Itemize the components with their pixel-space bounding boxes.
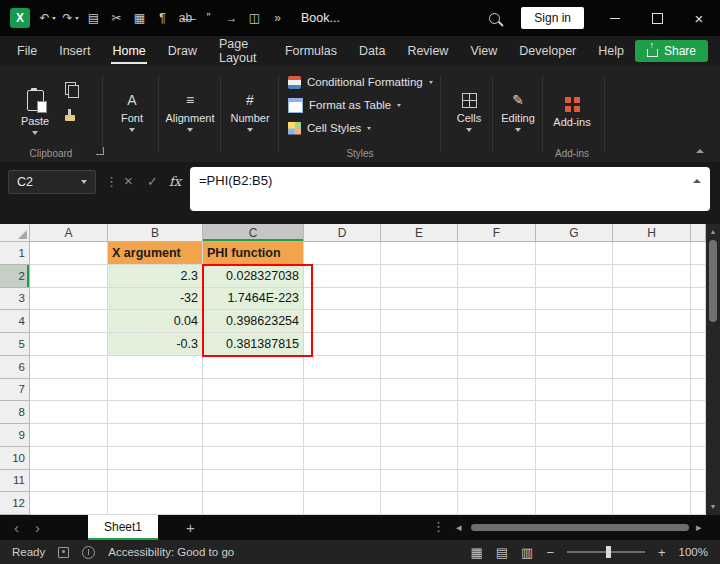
scroll-up-icon[interactable]: ▲ — [710, 227, 717, 237]
hscroll-right-icon[interactable]: ▸ — [696, 521, 702, 534]
cell-G8[interactable] — [536, 401, 613, 424]
cell-C12[interactable] — [203, 492, 304, 515]
cell-A12[interactable] — [30, 492, 108, 515]
row-header-11[interactable]: 11 — [0, 470, 30, 493]
cell-F3[interactable] — [458, 288, 536, 311]
quotes-icon[interactable]: ” — [197, 0, 220, 36]
cell-D11[interactable] — [304, 470, 381, 493]
cell-F11[interactable] — [458, 470, 536, 493]
macro-record-icon[interactable] — [58, 547, 69, 558]
page-layout-view-icon[interactable]: ▤ — [496, 545, 508, 560]
cell-E4[interactable] — [381, 310, 458, 333]
hscroll-left-icon[interactable]: ◂ — [456, 521, 462, 534]
cell-E8[interactable] — [381, 401, 458, 424]
menu-tab-page-layout[interactable]: Page Layout — [208, 36, 274, 66]
document-title[interactable]: Book... — [301, 11, 340, 25]
cell-A4[interactable] — [30, 310, 108, 333]
cell-C4[interactable]: 0.398623254 — [203, 310, 304, 333]
row-header-9[interactable]: 9 — [0, 424, 30, 447]
accessibility-status-label[interactable]: Accessibility: Good to go — [108, 546, 234, 558]
column-header-B[interactable]: B — [108, 224, 203, 242]
zoom-slider[interactable] — [567, 551, 645, 553]
column-header-E[interactable]: E — [381, 224, 458, 242]
cell-D8[interactable] — [304, 401, 381, 424]
cell-E7[interactable] — [381, 379, 458, 402]
cell-B1[interactable]: X argument — [108, 242, 203, 265]
cell-C6[interactable] — [203, 356, 304, 379]
cell-H1[interactable] — [613, 242, 691, 265]
spreadsheet-grid[interactable]: ABCDEFGH1X argumentPHI function22.30.028… — [0, 224, 706, 515]
row-header-2[interactable]: 2 — [0, 265, 30, 288]
cell-B4[interactable]: 0.04 — [108, 310, 203, 333]
row-header-12[interactable]: 12 — [0, 492, 30, 515]
cell-C3[interactable]: 1.7464E-223 — [203, 288, 304, 311]
cell-B11[interactable] — [108, 470, 203, 493]
cell-F12[interactable] — [458, 492, 536, 515]
cell-A8[interactable] — [30, 401, 108, 424]
alignment-group-button[interactable]: ≡ Alignment — [160, 74, 220, 150]
menu-tab-developer[interactable]: Developer — [508, 36, 587, 66]
format-painter-icon[interactable]: ▦ — [128, 0, 151, 36]
menu-tab-help[interactable]: Help — [587, 36, 635, 66]
copy-icon[interactable] — [65, 82, 76, 95]
cell-C5[interactable]: 0.381387815 — [203, 333, 304, 356]
cell-H3[interactable] — [613, 288, 691, 311]
scroll-down-icon[interactable]: ▼ — [710, 502, 717, 512]
cell-B6[interactable] — [108, 356, 203, 379]
menu-tab-formulas[interactable]: Formulas — [274, 36, 348, 66]
menu-tab-file[interactable]: File — [6, 36, 48, 66]
cell-A6[interactable] — [30, 356, 108, 379]
enter-icon[interactable]: ✓ — [147, 174, 158, 189]
cell-C11[interactable] — [203, 470, 304, 493]
cell-D4[interactable] — [304, 310, 381, 333]
clipboard-dialog-launcher-icon[interactable] — [96, 147, 104, 155]
column-header-D[interactable]: D — [304, 224, 381, 242]
row-header-6[interactable]: 6 — [0, 356, 30, 379]
sign-in-button[interactable]: Sign in — [521, 7, 584, 29]
vertical-scrollbar[interactable]: ▲ ▼ — [706, 224, 720, 515]
cell-A1[interactable] — [30, 242, 108, 265]
sheetbar-menu-icon[interactable]: ⋮ — [432, 519, 445, 534]
cell-D3[interactable] — [304, 288, 381, 311]
close-button[interactable]: × — [678, 0, 720, 36]
cell-A10[interactable] — [30, 447, 108, 470]
zoom-in-button[interactable]: + — [658, 545, 666, 560]
select-all-corner[interactable] — [0, 224, 30, 242]
clipboard-icon[interactable]: ▤ — [82, 0, 105, 36]
cell-F4[interactable] — [458, 310, 536, 333]
strikethrough-icon[interactable]: a̶b̶ — [174, 0, 197, 36]
cell-B3[interactable]: -32 — [108, 288, 203, 311]
font-group-button[interactable]: A Font — [106, 74, 158, 150]
cell-D10[interactable] — [304, 447, 381, 470]
cell-D2[interactable] — [304, 265, 381, 288]
cell-H11[interactable] — [613, 470, 691, 493]
cell-F7[interactable] — [458, 379, 536, 402]
cell-B12[interactable] — [108, 492, 203, 515]
cell-A7[interactable] — [30, 379, 108, 402]
sheet-nav-left-icon[interactable]: ‹ — [14, 520, 19, 535]
excel-app-icon[interactable]: X — [10, 8, 30, 28]
collapse-formula-bar-icon[interactable] — [693, 179, 701, 183]
cell-A3[interactable] — [30, 288, 108, 311]
insert-function-icon[interactable]: fx — [169, 174, 181, 189]
menu-tab-data[interactable]: Data — [348, 36, 396, 66]
cell-E1[interactable] — [381, 242, 458, 265]
formula-input[interactable]: =PHI(B2:B5) — [190, 167, 710, 211]
cell-A2[interactable] — [30, 265, 108, 288]
cell-H7[interactable] — [613, 379, 691, 402]
cell-G12[interactable] — [536, 492, 613, 515]
cell-D5[interactable] — [304, 333, 381, 356]
cancel-icon[interactable]: × — [124, 172, 133, 189]
number-group-button[interactable]: # Number — [224, 74, 276, 150]
cell-C1[interactable]: PHI function — [203, 242, 304, 265]
cell-H4[interactable] — [613, 310, 691, 333]
horizontal-scrollbar-thumb[interactable] — [471, 524, 689, 531]
more-commands-icon[interactable]: » — [266, 0, 289, 36]
cell-E6[interactable] — [381, 356, 458, 379]
column-header-F[interactable]: F — [458, 224, 536, 242]
cell-H8[interactable] — [613, 401, 691, 424]
cell-F10[interactable] — [458, 447, 536, 470]
sheet-tab-sheet1[interactable]: Sheet1 — [88, 515, 158, 540]
row-header-5[interactable]: 5 — [0, 333, 30, 356]
camera-icon[interactable]: ◫ — [243, 0, 266, 36]
